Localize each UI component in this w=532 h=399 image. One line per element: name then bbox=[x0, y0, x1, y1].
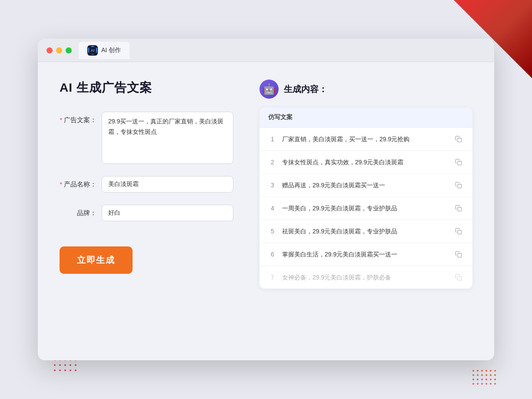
copy-icon[interactable] bbox=[453, 180, 464, 190]
copy-icon[interactable] bbox=[453, 226, 464, 236]
row-text: 赠品再送，29.9元美白淡斑霜买一送一 bbox=[282, 181, 448, 190]
copy-icon[interactable] bbox=[453, 157, 464, 167]
bg-dots-orange bbox=[471, 369, 497, 386]
row-number: 1 bbox=[268, 136, 277, 143]
row-number: 7 bbox=[268, 274, 277, 281]
product-name-label: 产品名称： bbox=[60, 176, 96, 189]
svg-rect-3 bbox=[458, 207, 462, 211]
form-group-brand: 品牌： bbox=[60, 205, 233, 221]
row-number: 4 bbox=[268, 205, 277, 212]
row-text: 一周美白，29.9元美白淡斑霜，专业护肤品 bbox=[282, 204, 448, 213]
svg-rect-6 bbox=[458, 276, 462, 280]
left-panel: AI 生成广告文案 广告文案： 产品名称： 品牌： 立即生成 bbox=[60, 80, 233, 340]
result-table: 仿写文案 1厂家直销，美白淡斑霜，买一送一，29.9元抢购 2专抹女性斑点，真实… bbox=[259, 107, 472, 289]
svg-rect-0 bbox=[458, 138, 462, 142]
brand-label: 品牌： bbox=[60, 205, 96, 217]
ad-copy-label: 广告文案： bbox=[60, 112, 96, 124]
row-number: 2 bbox=[268, 159, 277, 166]
page-title: AI 生成广告文案 bbox=[60, 80, 233, 96]
row-number: 5 bbox=[268, 228, 277, 235]
svg-rect-4 bbox=[458, 230, 462, 234]
table-row: 5祛斑美白，29.9元美白淡斑霜，专业护肤品 bbox=[259, 220, 472, 243]
table-row: 4一周美白，29.9元美白淡斑霜，专业护肤品 bbox=[259, 197, 472, 220]
result-header: 生成内容： bbox=[259, 80, 472, 99]
robot-icon bbox=[259, 80, 279, 99]
minimize-button[interactable] bbox=[56, 47, 62, 53]
maximize-button[interactable] bbox=[66, 47, 72, 53]
row-number: 3 bbox=[268, 182, 277, 189]
table-row: 3赠品再送，29.9元美白淡斑霜买一送一 bbox=[259, 174, 472, 197]
copy-icon[interactable] bbox=[453, 272, 464, 283]
ai-logo-icon: AI bbox=[87, 45, 98, 56]
table-row: 2专抹女性斑点，真实功效，29.9元美白淡斑霜 bbox=[259, 151, 472, 174]
svg-rect-5 bbox=[458, 253, 462, 257]
brand-input[interactable] bbox=[102, 205, 233, 221]
row-text: 专抹女性斑点，真实功效，29.9元美白淡斑霜 bbox=[282, 158, 448, 167]
table-row: 1厂家直销，美白淡斑霜，买一送一，29.9元抢购 bbox=[259, 128, 472, 151]
row-number: 6 bbox=[268, 251, 277, 258]
tab-label: AI 创作 bbox=[101, 47, 121, 54]
copy-icon[interactable] bbox=[453, 134, 464, 144]
close-button[interactable] bbox=[47, 47, 53, 53]
copy-icon[interactable] bbox=[453, 249, 464, 259]
form-group-ad-copy: 广告文案： bbox=[60, 112, 233, 164]
browser-window: AI AI 创作 AI 生成广告文案 广告文案： 产品名称： 品牌： bbox=[38, 39, 494, 360]
copy-icon[interactable] bbox=[453, 203, 464, 213]
table-header: 仿写文案 bbox=[259, 107, 472, 128]
ad-copy-input[interactable] bbox=[102, 112, 233, 164]
generate-button[interactable]: 立即生成 bbox=[60, 246, 133, 274]
table-row: 6掌握美白生活，29.9元美白淡斑霜买一送一 bbox=[259, 243, 472, 266]
traffic-lights bbox=[47, 47, 72, 53]
row-text: 掌握美白生活，29.9元美白淡斑霜买一送一 bbox=[282, 250, 448, 259]
row-text: 女神必备，29.9元美白淡斑霜，护肤必备 bbox=[282, 273, 448, 282]
table-row: 7女神必备，29.9元美白淡斑霜，护肤必备 bbox=[259, 266, 472, 289]
product-name-input[interactable] bbox=[102, 176, 233, 193]
svg-rect-1 bbox=[458, 161, 462, 165]
right-panel: 生成内容： 仿写文案 1厂家直销，美白淡斑霜，买一送一，29.9元抢购 2专抹女… bbox=[259, 80, 472, 340]
result-title: 生成内容： bbox=[284, 83, 327, 95]
svg-rect-2 bbox=[458, 184, 462, 188]
browser-tab[interactable]: AI AI 创作 bbox=[79, 42, 130, 59]
result-rows-container: 1厂家直销，美白淡斑霜，买一送一，29.9元抢购 2专抹女性斑点，真实功效，29… bbox=[259, 128, 472, 289]
row-text: 祛斑美白，29.9元美白淡斑霜，专业护肤品 bbox=[282, 227, 448, 236]
form-group-product-name: 产品名称： bbox=[60, 176, 233, 193]
row-text: 厂家直销，美白淡斑霜，买一送一，29.9元抢购 bbox=[282, 135, 448, 144]
main-content: AI 生成广告文案 广告文案： 产品名称： 品牌： 立即生成 bbox=[38, 62, 494, 358]
title-bar: AI AI 创作 bbox=[38, 39, 494, 62]
